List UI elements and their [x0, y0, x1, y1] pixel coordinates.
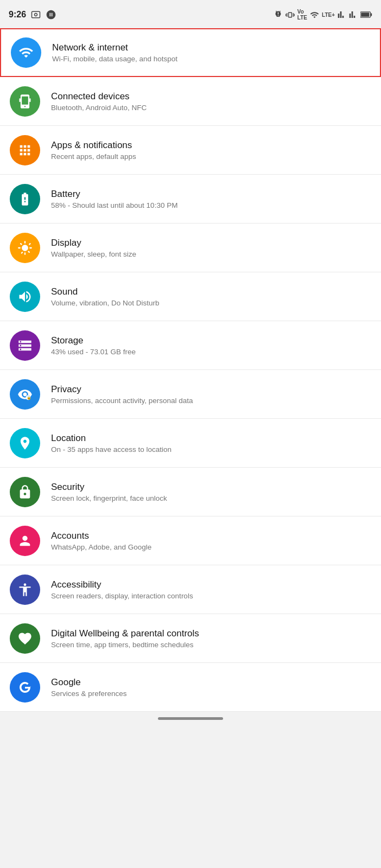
location-subtitle: On - 35 apps have access to location: [51, 445, 371, 454]
security-subtitle: Screen lock, fingerprint, face unlock: [51, 494, 371, 502]
svg-rect-6: [29, 98, 30, 102]
battery-subtitle: 58% - Should last until about 10:30 PM: [51, 201, 371, 209]
svg-rect-0: [32, 11, 40, 18]
storage-icon: [17, 338, 33, 353]
sound-text: Sound Volume, vibration, Do Not Disturb: [51, 286, 371, 307]
screenshot-icon: [30, 9, 41, 20]
display-text: Display Wallpaper, sleep, font size: [51, 238, 371, 258]
network-subtitle: Wi-Fi, mobile, data usage, and hotspot: [52, 55, 370, 63]
google-title: Google: [51, 677, 371, 688]
home-bar: [158, 717, 223, 720]
alarm-icon: [274, 10, 283, 20]
connected-icon: [17, 94, 33, 109]
sound-icon: [17, 289, 33, 304]
privacy-icon-circle: 🔒: [10, 379, 40, 410]
accounts-icon: [17, 533, 33, 548]
battery-item-icon: [17, 192, 33, 207]
google-subtitle: Services & preferences: [51, 690, 371, 698]
accounts-icon-circle: [10, 526, 40, 556]
connected-icon-circle: [10, 86, 40, 117]
signal1-icon: [338, 10, 346, 19]
accounts-text: Accounts WhatsApp, Adobe, and Google: [51, 531, 371, 551]
apps-subtitle: Recent apps, default apps: [51, 152, 371, 161]
wifi-icon: [18, 45, 34, 60]
settings-item-battery[interactable]: Battery 58% - Should last until about 10…: [0, 175, 381, 224]
apps-title: Apps & notifications: [51, 140, 371, 151]
settings-item-storage[interactable]: Storage 43% used - 73.01 GB free: [0, 321, 381, 370]
settings-item-accessibility[interactable]: Accessibility Screen readers, display, i…: [0, 565, 381, 614]
battery-text: Battery 58% - Should last until about 10…: [51, 189, 371, 209]
storage-icon-circle: [10, 330, 40, 361]
security-icon: [17, 484, 33, 500]
svg-point-1: [35, 14, 37, 16]
settings-item-display[interactable]: Display Wallpaper, sleep, font size: [0, 224, 381, 272]
wellbeing-text: Digital Wellbeing & parental controls Sc…: [51, 628, 371, 649]
lte-icon: LTE+: [322, 12, 335, 18]
location-icon: [17, 436, 33, 451]
vibrate-icon: [285, 10, 295, 20]
sound-icon-circle: [10, 282, 40, 312]
settings-item-wellbeing[interactable]: Digital Wellbeing & parental controls Sc…: [0, 614, 381, 663]
accessibility-subtitle: Screen readers, display, interaction con…: [51, 592, 371, 600]
status-left: 9:26: [9, 9, 56, 20]
google-text: Google Services & preferences: [51, 677, 371, 698]
display-icon: [17, 240, 33, 256]
accounts-title: Accounts: [51, 531, 371, 541]
security-text: Security Screen lock, fingerprint, face …: [51, 482, 371, 502]
google-icon: [17, 680, 33, 695]
apps-icon-circle: [10, 135, 40, 165]
privacy-subtitle: Permissions, account activity, personal …: [51, 397, 371, 405]
storage-title: Storage: [51, 335, 371, 346]
network-text: Network & internet Wi-Fi, mobile, data u…: [52, 42, 370, 63]
wellbeing-icon: [17, 631, 33, 646]
wellbeing-subtitle: Screen time, app timers, bedtime schedul…: [51, 641, 371, 649]
connected-text: Connected devices Bluetooth, Android Aut…: [51, 91, 371, 112]
battery-item-icon-circle: [10, 184, 40, 214]
location-icon-circle: [10, 428, 40, 458]
settings-item-location[interactable]: Location On - 35 apps have access to loc…: [0, 419, 381, 468]
storage-text: Storage 43% used - 73.01 GB free: [51, 335, 371, 356]
location-text: Location On - 35 apps have access to loc…: [51, 433, 371, 454]
network-title: Network & internet: [52, 42, 370, 53]
accessibility-icon-circle: [10, 575, 40, 605]
storage-subtitle: 43% used - 73.01 GB free: [51, 348, 371, 356]
accessibility-icon: [17, 582, 33, 597]
settings-item-sound[interactable]: Sound Volume, vibration, Do Not Disturb: [0, 272, 381, 321]
settings-item-google[interactable]: Google Services & preferences: [0, 663, 381, 712]
settings-item-apps[interactable]: Apps & notifications Recent apps, defaul…: [0, 126, 381, 175]
display-title: Display: [51, 238, 371, 248]
privacy-text: Privacy Permissions, account activity, p…: [51, 384, 371, 405]
status-right: VoLTE LTE+: [274, 9, 372, 21]
network-icon-circle: [11, 37, 41, 68]
settings-item-accounts[interactable]: Accounts WhatsApp, Adobe, and Google: [0, 516, 381, 565]
wifi-calling-icon: [310, 10, 319, 20]
accessibility-title: Accessibility: [51, 579, 371, 590]
privacy-title: Privacy: [51, 384, 371, 395]
settings-item-connected[interactable]: Connected devices Bluetooth, Android Aut…: [0, 77, 381, 126]
svg-rect-3: [371, 13, 372, 16]
sound-subtitle: Volume, vibration, Do Not Disturb: [51, 299, 371, 307]
accessibility-text: Accessibility Screen readers, display, i…: [51, 579, 371, 600]
connected-title: Connected devices: [51, 91, 371, 102]
shazam-icon: [46, 9, 56, 20]
settings-list: Network & internet Wi-Fi, mobile, data u…: [0, 28, 381, 712]
volte-icon: VoLTE: [297, 9, 307, 21]
connected-subtitle: Bluetooth, Android Auto, NFC: [51, 104, 371, 112]
wellbeing-title: Digital Wellbeing & parental controls: [51, 628, 371, 639]
battery-icon: [360, 11, 372, 18]
time: 9:26: [9, 10, 26, 20]
settings-item-network[interactable]: Network & internet Wi-Fi, mobile, data u…: [0, 28, 381, 77]
signal2-icon: [349, 10, 358, 19]
svg-text:🔒: 🔒: [27, 395, 31, 400]
settings-item-privacy[interactable]: 🔒 Privacy Permissions, account activity,…: [0, 370, 381, 419]
display-icon-circle: [10, 233, 40, 263]
settings-item-security[interactable]: Security Screen lock, fingerprint, face …: [0, 468, 381, 516]
display-subtitle: Wallpaper, sleep, font size: [51, 250, 371, 258]
privacy-icon: 🔒: [17, 387, 33, 402]
location-title: Location: [51, 433, 371, 444]
sound-title: Sound: [51, 286, 371, 297]
svg-rect-5: [20, 98, 21, 102]
home-indicator: [0, 712, 381, 724]
security-icon-circle: [10, 477, 40, 507]
battery-title: Battery: [51, 189, 371, 200]
